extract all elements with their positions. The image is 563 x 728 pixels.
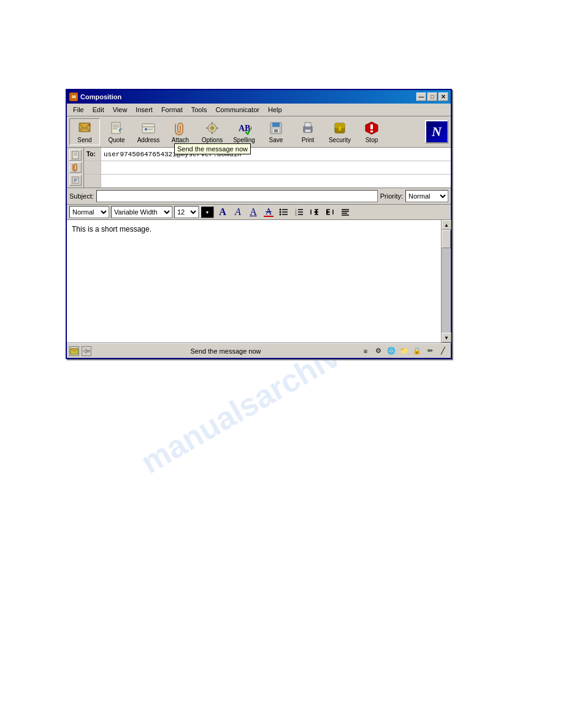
menu-format[interactable]: Format (158, 105, 186, 115)
address-area: To: (67, 148, 451, 188)
attach-button[interactable]: Attach (165, 118, 196, 145)
bullet-list-button[interactable] (277, 206, 291, 218)
address-button[interactable]: Address (133, 118, 164, 145)
security-label: Security (329, 137, 351, 143)
address-label: Address (137, 137, 160, 143)
spelling-button[interactable]: ABC Spelling (229, 118, 259, 145)
netscape-button[interactable]: N (425, 120, 448, 143)
size-select[interactable]: 8 9 10 12 14 18 24 (174, 206, 199, 218)
svg-point-40 (280, 209, 282, 211)
to-row: To: (84, 148, 451, 161)
scroll-down-button[interactable]: ▼ (442, 333, 451, 343)
font-color-button[interactable]: ▼ (201, 206, 214, 218)
subject-input[interactable] (96, 190, 378, 202)
status-folder-icon[interactable]: 📁 (399, 346, 410, 357)
message-body[interactable]: This is a short message. (67, 220, 441, 343)
scroll-thumb[interactable] (442, 230, 451, 248)
style-select[interactable]: Normal Heading 1 Heading 2 (69, 206, 109, 218)
priority-label: Priority: (380, 192, 403, 200)
options-icon (204, 120, 220, 136)
spelling-label: Spelling (233, 137, 255, 143)
minimize-button[interactable]: — (416, 93, 426, 101)
status-globe-icon[interactable]: 🌐 (386, 346, 397, 357)
menu-insert[interactable]: Insert (132, 105, 156, 115)
stop-button[interactable]: Stop (356, 118, 387, 145)
attach-label: Attach (172, 137, 189, 143)
security-button[interactable]: Security (324, 118, 355, 145)
svg-rect-32 (370, 131, 373, 132)
send-button[interactable]: Send (69, 118, 100, 145)
close-button[interactable]: ✕ (439, 93, 448, 101)
address-fields: To: (84, 148, 451, 188)
bcc-row (84, 175, 451, 188)
status-edit-icon[interactable]: ✏ (424, 346, 435, 357)
attach-side-icon[interactable] (69, 162, 82, 173)
address-side-icons (67, 148, 84, 188)
stop-icon (364, 120, 380, 136)
svg-rect-8 (142, 124, 155, 133)
body-scrollbar: ▲ ▼ (441, 220, 451, 343)
svg-rect-20 (272, 123, 280, 127)
indent-less-button[interactable] (308, 206, 321, 218)
status-list-icon[interactable]: ≡ (360, 346, 371, 357)
svg-text:3.: 3. (295, 213, 297, 216)
indent-more-button[interactable] (323, 206, 337, 218)
menu-communicator[interactable]: Communicator (212, 105, 263, 115)
note-side-icon[interactable] (69, 175, 82, 186)
send-icon (77, 120, 93, 136)
font-select[interactable]: Variable Width Fixed Width (111, 206, 172, 218)
svg-point-10 (145, 128, 147, 131)
body-area: This is a short message. ▲ ▼ (67, 220, 451, 343)
scroll-up-button[interactable]: ▲ (442, 220, 451, 230)
send-label: Send (77, 137, 91, 143)
options-button[interactable]: Options (197, 118, 228, 145)
save-button[interactable]: Save (261, 118, 291, 145)
italic-button[interactable]: A (231, 206, 245, 218)
cc-row (84, 161, 451, 175)
menu-edit[interactable]: Edit (89, 105, 108, 115)
scroll-track[interactable] (442, 230, 451, 333)
window-title: Composition (80, 93, 121, 100)
quote-label: Quote (108, 137, 124, 143)
print-button[interactable]: Print (293, 118, 323, 145)
status-lock-icon[interactable]: 🔒 (412, 346, 423, 357)
titlebar: ✉ Composition — □ ✕ (67, 90, 451, 104)
cc-input[interactable] (101, 164, 451, 172)
menu-file[interactable]: File (69, 105, 88, 115)
options-label: Options (202, 137, 223, 143)
composition-window: ✉ Composition — □ ✕ File Edit View Inser… (66, 89, 452, 359)
status-gear-icon[interactable]: ⚙ (373, 346, 384, 357)
status-icons-right: ≡ ⚙ 🌐 📁 🔒 ✏ ╱ (360, 346, 448, 357)
to-label: To: (84, 148, 101, 161)
align-button[interactable] (339, 206, 352, 218)
titlebar-left: ✉ Composition (69, 93, 121, 101)
save-icon (268, 120, 284, 136)
quote-button[interactable]: Quote (101, 118, 132, 145)
save-label: Save (269, 137, 283, 143)
quote-icon (109, 120, 124, 136)
number-list-button[interactable]: 1. 2. 3. (293, 206, 306, 218)
maximize-button[interactable]: □ (427, 93, 437, 101)
svg-point-42 (280, 211, 282, 213)
netscape-n-icon: N (432, 124, 442, 140)
menu-help[interactable]: Help (264, 105, 286, 115)
bcc-input[interactable] (101, 177, 451, 186)
print-icon (300, 120, 316, 136)
svg-rect-4 (112, 123, 120, 134)
bold-button[interactable]: A (216, 206, 229, 218)
underline-button[interactable]: A (247, 206, 260, 218)
address-book-icon[interactable] (69, 150, 82, 161)
print-label: Print (302, 137, 315, 143)
svg-point-44 (280, 214, 282, 216)
menu-view[interactable]: View (109, 105, 131, 115)
menu-tools[interactable]: Tools (188, 105, 211, 115)
to-input[interactable] (101, 150, 451, 159)
svg-rect-22 (274, 129, 278, 132)
strikethrough-button[interactable]: A (262, 206, 275, 218)
statusbar: Send the message now ≡ ⚙ 🌐 📁 🔒 ✏ ╱ (67, 343, 451, 358)
titlebar-buttons: — □ ✕ (416, 93, 448, 101)
svg-rect-31 (370, 124, 373, 129)
address-icon (140, 120, 156, 136)
priority-select[interactable]: Normal Highest High Low Lowest (405, 190, 448, 202)
svg-rect-29 (339, 127, 341, 131)
